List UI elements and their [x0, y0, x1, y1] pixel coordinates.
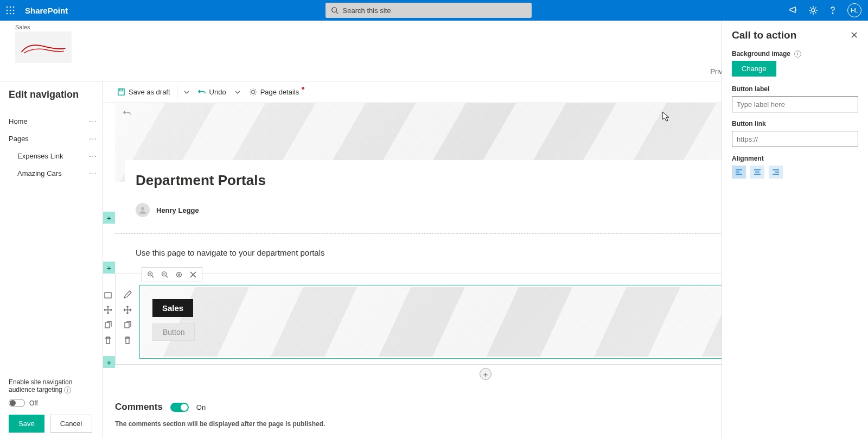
button-label-label: Button label	[732, 85, 858, 93]
pane-title: Call to action	[732, 29, 796, 41]
undo-icon	[198, 88, 206, 96]
align-left-button[interactable]	[732, 166, 746, 179]
svg-rect-14	[118, 89, 124, 95]
button-link-input[interactable]	[732, 131, 858, 147]
gear-icon	[249, 88, 257, 96]
suite-bar: SharePoint Search this site HL	[0, 0, 868, 21]
site-logo[interactable]	[15, 31, 72, 63]
button-label-input[interactable]	[732, 96, 858, 112]
save-icon	[117, 88, 125, 96]
nav-item-amazing-cars[interactable]: Amazing Cars···	[9, 164, 97, 182]
duplicate-icon[interactable]	[123, 321, 132, 329]
author-name: Henry Legge	[156, 206, 199, 214]
comments-toggle[interactable]	[170, 403, 189, 412]
svg-point-16	[251, 91, 254, 94]
chevron-down-icon	[184, 90, 189, 95]
nav-save-button[interactable]: Save	[9, 415, 44, 433]
webpart-image-toolbar	[142, 267, 202, 282]
info-icon[interactable]: i	[64, 386, 71, 393]
svg-point-5	[13, 10, 15, 11]
svg-point-19	[141, 207, 144, 211]
search-icon	[331, 7, 339, 14]
svg-point-9	[331, 8, 336, 12]
edit-navigation-panel: Edit navigation Home··· Pages··· Expense…	[0, 81, 103, 438]
svg-point-6	[7, 13, 8, 15]
more-icon[interactable]: ···	[89, 169, 97, 177]
add-webpart-button[interactable]: +	[480, 368, 492, 380]
svg-rect-21	[105, 322, 110, 328]
nav-panel-title: Edit navigation	[9, 89, 97, 100]
svg-point-2	[13, 7, 15, 8]
svg-point-30	[177, 272, 182, 277]
add-section-button[interactable]: +	[103, 356, 115, 368]
property-pane: Call to action ✕ Background imagei Chang…	[722, 21, 868, 438]
focal-point-icon[interactable]	[173, 268, 186, 281]
info-icon[interactable]: i	[794, 50, 801, 58]
svg-point-8	[13, 13, 15, 15]
align-right-button[interactable]	[769, 166, 783, 179]
svg-line-24	[152, 276, 154, 278]
nav-item-pages[interactable]: Pages···	[9, 130, 97, 147]
nav-item-expenses[interactable]: Expenses Link···	[9, 147, 97, 164]
change-image-button[interactable]: Change	[732, 61, 776, 77]
page-details-button[interactable]: Page details	[245, 88, 304, 96]
svg-point-11	[812, 9, 815, 12]
search-input[interactable]: Search this site	[326, 3, 532, 18]
move-icon[interactable]	[123, 306, 132, 314]
brand-label[interactable]: SharePoint	[25, 6, 68, 15]
svg-point-3	[7, 10, 8, 11]
close-pane-button[interactable]: ✕	[850, 29, 858, 41]
svg-point-31	[178, 274, 180, 276]
app-launcher-icon[interactable]	[0, 0, 21, 21]
more-icon[interactable]: ···	[89, 117, 97, 125]
svg-point-1	[10, 7, 11, 8]
save-draft-chevron[interactable]	[180, 90, 194, 95]
save-draft-button[interactable]: Save as draft	[113, 88, 175, 96]
duplicate-icon[interactable]	[104, 321, 112, 329]
notification-dot-icon	[302, 87, 304, 90]
bg-image-label: Background imagei	[732, 50, 858, 58]
svg-point-7	[10, 13, 11, 15]
site-name: Sales	[15, 24, 74, 30]
align-center-button[interactable]	[750, 166, 764, 179]
audience-toggle[interactable]	[9, 399, 25, 407]
user-avatar[interactable]: HL	[847, 3, 861, 17]
svg-rect-22	[125, 322, 129, 328]
undo-button[interactable]: Undo	[194, 88, 231, 96]
zoom-in-icon[interactable]	[144, 268, 157, 281]
search-placeholder: Search this site	[343, 7, 391, 15]
comments-heading: Comments	[115, 402, 163, 412]
more-icon[interactable]: ···	[89, 151, 97, 160]
cta-button-placeholder[interactable]: Button	[152, 323, 195, 341]
svg-point-0	[7, 7, 8, 8]
svg-rect-15	[120, 89, 123, 91]
audience-toggle-state: Off	[29, 399, 38, 407]
move-icon[interactable]	[104, 306, 112, 314]
remove-image-icon[interactable]	[187, 268, 200, 281]
pencil-icon[interactable]	[123, 290, 132, 299]
svg-rect-20	[105, 293, 111, 298]
svg-line-10	[336, 12, 338, 14]
more-icon[interactable]: ···	[89, 134, 97, 143]
zoom-out-icon[interactable]	[158, 268, 171, 281]
undo-chevron[interactable]	[231, 90, 245, 95]
alignment-label: Alignment	[732, 155, 858, 162]
comments-toggle-state: On	[196, 403, 206, 411]
add-section-button[interactable]: +	[103, 262, 115, 274]
audience-targeting-label: Enable site navigation audience targetin…	[9, 378, 97, 394]
delete-icon[interactable]	[104, 336, 112, 345]
nav-cancel-button[interactable]: Cancel	[50, 415, 92, 433]
gear-icon[interactable]	[808, 5, 818, 15]
button-link-label: Button link	[732, 120, 858, 128]
svg-point-4	[10, 10, 11, 11]
svg-point-12	[832, 13, 833, 14]
megaphone-icon[interactable]	[789, 5, 799, 15]
nav-item-home[interactable]: Home···	[9, 112, 97, 130]
hero-undo-icon[interactable]	[123, 109, 131, 119]
help-icon[interactable]	[828, 5, 838, 15]
delete-icon[interactable]	[123, 336, 132, 345]
add-section-button[interactable]: +	[103, 212, 115, 224]
svg-line-28	[166, 276, 168, 278]
edit-icon[interactable]	[104, 290, 112, 299]
cta-title-chip[interactable]: Sales	[152, 299, 193, 317]
